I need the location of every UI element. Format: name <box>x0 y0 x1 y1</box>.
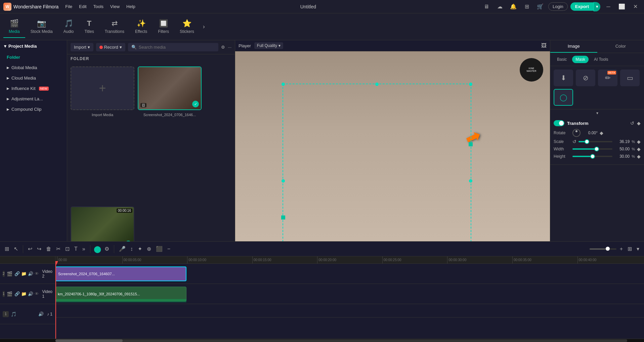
grid-icon-btn[interactable]: ⊞ <box>521 1 532 12</box>
vol-icon-v1[interactable]: 🔊 <box>28 291 33 296</box>
tl-more-icon[interactable]: » <box>81 245 87 253</box>
video-tile-1[interactable]: 🖼 ✓ <box>138 66 202 110</box>
close-btn[interactable]: ✕ <box>630 1 641 12</box>
lock-icon-v1[interactable]: 🔗 <box>14 291 20 296</box>
eye-icon-v2[interactable]: 👁 <box>35 271 39 276</box>
scale-slider[interactable] <box>578 141 612 142</box>
search-box[interactable]: 🔍 <box>128 43 218 51</box>
maximize-btn[interactable]: ⬜ <box>616 1 627 12</box>
tl-redo-icon[interactable]: ↪ <box>36 244 43 253</box>
sidebar-item-adjustment[interactable]: ▶ Adjustment La... <box>0 94 67 104</box>
tl-transition-icon[interactable]: ✦ <box>136 244 143 253</box>
tl-mic-icon[interactable]: 🎤 <box>118 244 127 253</box>
export-dropdown-arrow[interactable]: ▾ <box>594 2 600 11</box>
tl-crop-icon[interactable]: ⊡ <box>64 244 71 253</box>
tl-screen-icon[interactable]: ⬛ <box>155 244 164 253</box>
subtab-mask[interactable]: Mask <box>572 56 589 63</box>
tab-titles[interactable]: T Titles <box>79 16 99 38</box>
eye-icon-v1[interactable]: 👁 <box>35 291 39 296</box>
vol-icon-v2[interactable]: 🔊 <box>28 271 33 276</box>
tab-media[interactable]: 🎬 Media <box>3 16 25 38</box>
video-item-1[interactable]: 🖼 ✓ Screenshot_2024_0706_1646... <box>138 66 202 203</box>
login-button[interactable]: Login <box>548 2 568 11</box>
import-button[interactable]: Import ▾ <box>71 43 93 51</box>
mask-tool-download[interactable]: ⬇ <box>554 69 573 86</box>
transform-keyframe-icon[interactable]: ◆ <box>637 120 641 126</box>
width-thumb[interactable] <box>594 147 599 151</box>
tl-group-icon[interactable]: ⊞ <box>3 244 10 253</box>
tl-text-icon[interactable]: T <box>73 245 79 253</box>
tab-stickers[interactable]: ⭐ Stickers <box>174 16 200 38</box>
width-keyframe-icon[interactable]: ◆ <box>637 146 641 152</box>
menu-view[interactable]: View <box>110 4 120 9</box>
mask-tool-pen[interactable]: ✏ BETA <box>598 69 617 86</box>
tl-split-icon[interactable]: ↕ <box>129 245 134 253</box>
scrollbar-thumb[interactable] <box>55 339 123 342</box>
sidebar-collapse-icon[interactable]: ▾ <box>4 44 6 49</box>
sidebar-item-folder[interactable]: Folder <box>0 52 67 62</box>
more-mask-btn[interactable]: ▾ <box>550 109 644 117</box>
record-button[interactable]: Record ▾ <box>96 43 125 51</box>
width-slider[interactable] <box>572 148 612 150</box>
vol-icon-a[interactable]: 🔊 <box>38 311 44 316</box>
scale-thumb[interactable] <box>585 139 589 144</box>
menu-edit[interactable]: Edit <box>79 4 86 9</box>
zoom-thumb[interactable] <box>606 247 610 251</box>
more-options-icon[interactable]: ··· <box>228 45 231 50</box>
tl-green-circle-btn[interactable]: ⬤ <box>94 245 101 253</box>
tab-stock-media[interactable]: 📷 Stock Media <box>25 16 58 38</box>
folder-icon-v2[interactable]: 📁 <box>21 271 27 276</box>
tab-image[interactable]: Image <box>550 40 597 53</box>
sidebar-item-global-media[interactable]: ▶ Global Media <box>0 62 67 73</box>
height-keyframe-icon[interactable]: ◆ <box>637 154 641 159</box>
quality-select[interactable]: Full Quality ▾ <box>254 42 283 49</box>
monitor-icon-btn[interactable]: 🖥 <box>481 1 492 12</box>
height-slider[interactable] <box>572 156 612 157</box>
clip-video2[interactable]: Screenshot_2024_0706_164607... <box>55 266 186 281</box>
tl-zoom-plus[interactable]: + <box>618 245 624 253</box>
tab-effects[interactable]: ✨ Effects <box>130 16 153 38</box>
tl-grid-dropdown[interactable]: ▾ <box>635 244 641 253</box>
menu-tools[interactable]: Tools <box>93 4 103 9</box>
menu-help[interactable]: Help <box>126 4 135 9</box>
tl-grid-icon[interactable]: ⊞ <box>626 244 633 253</box>
menu-file[interactable]: File <box>65 4 72 9</box>
scale-reset-icon[interactable]: ↺ <box>572 139 576 144</box>
tl-undo-icon[interactable]: ↩ <box>27 244 34 253</box>
minimize-btn[interactable]: ─ <box>603 1 614 12</box>
scale-keyframe-icon[interactable]: ◆ <box>637 139 641 144</box>
rotate-circle[interactable] <box>572 129 581 137</box>
add-media-tile[interactable]: + <box>71 66 134 110</box>
tab-transitions[interactable]: ⇄ Transitions <box>99 16 130 38</box>
sidebar-item-compound-clip[interactable]: ▶ Compound Clip <box>0 104 67 114</box>
upload-icon-btn[interactable]: ☁ <box>495 1 505 12</box>
import-media-item[interactable]: + Import Media <box>71 66 134 203</box>
tab-audio[interactable]: 🎵 Audio <box>58 16 79 38</box>
mask-tool-rect[interactable]: ▭ <box>620 69 640 86</box>
sidebar-item-cloud-media[interactable]: ▶ Cloud Media <box>0 73 67 83</box>
tl-effect2-icon[interactable]: ⊕ <box>145 244 153 253</box>
tl-settings2-icon[interactable]: ⚙ <box>103 244 111 253</box>
notification-icon-btn[interactable]: 🔔 <box>508 1 519 12</box>
folder-icon-v1[interactable]: 📁 <box>21 291 27 296</box>
lock-icon-v2[interactable]: 🔗 <box>14 271 20 276</box>
more-tabs-icon[interactable]: › <box>200 20 208 34</box>
transform-reset-icon[interactable]: ↺ <box>630 120 634 126</box>
subtab-ai-tools[interactable]: AI Tools <box>591 56 611 63</box>
preview-screenshot-icon[interactable]: 🖼 <box>541 43 547 49</box>
subtab-basic[interactable]: Basic <box>554 56 570 63</box>
filter-icon[interactable]: ⚙ <box>221 45 225 50</box>
tl-delete-icon[interactable]: 🗑 <box>45 245 53 253</box>
tl-cut-icon[interactable]: ✂ <box>55 244 62 253</box>
transform-toggle[interactable] <box>554 120 564 126</box>
rotate-keyframe-icon[interactable]: ◆ <box>600 130 603 136</box>
zoom-slider[interactable] <box>590 248 616 250</box>
mask-tool-oval[interactable]: ◯ <box>554 89 573 106</box>
tl-select-icon[interactable]: ↖ <box>12 244 19 253</box>
tab-filters[interactable]: 🔲 Filters <box>153 16 174 38</box>
tl-zoom-minus[interactable]: − <box>166 245 172 253</box>
search-input[interactable] <box>139 45 215 50</box>
mask-tool-no[interactable]: ⊘ <box>576 69 595 86</box>
export-button[interactable]: Export <box>570 2 594 11</box>
height-thumb[interactable] <box>590 154 595 159</box>
